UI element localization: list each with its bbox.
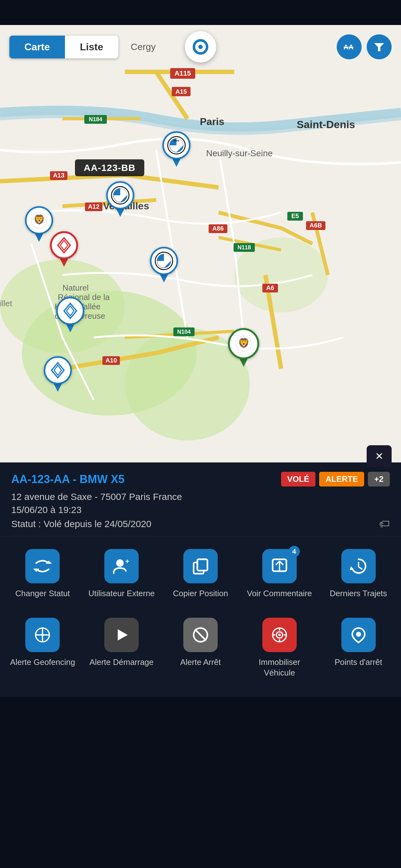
alerte-geofencing-button[interactable]: Alerte Geofencing: [3, 612, 82, 685]
svg-text:AA: AA: [343, 43, 354, 51]
pin-circle-bmw-3: [150, 247, 178, 275]
vehicle-address: 12 avenue de Saxe - 75007 Paris France: [11, 492, 390, 502]
pin-circle-renault-bottom: [44, 356, 72, 384]
pin-peugeot-left[interactable]: 🦁: [25, 206, 53, 242]
pin-bmw-orsay[interactable]: [150, 247, 178, 282]
alerte-arret-label: Alerte Arrêt: [180, 657, 221, 668]
close-panel-button[interactable]: ✕: [367, 445, 392, 467]
alerte-geofencing-icon: [25, 618, 60, 652]
svg-marker-80: [118, 629, 128, 641]
pin-renault-bottom[interactable]: [44, 356, 72, 392]
badge-alerte: ALERTE: [319, 472, 364, 487]
alerte-demarrage-icon: [104, 618, 139, 652]
pin-tail-3: [160, 274, 168, 282]
pin-bmw-neuilly[interactable]: BMW: [162, 131, 191, 167]
svg-text:N104: N104: [177, 329, 191, 335]
immobiliser-vehicule-label: Immobiliser Véhicule: [243, 657, 316, 678]
pin-tail-renault-red: [60, 258, 68, 267]
tab-liste[interactable]: Liste: [65, 36, 119, 58]
alerte-demarrage-label: Alerte Démarrage: [90, 657, 154, 668]
voir-commentaire-button[interactable]: 4 Voir Commentaire: [240, 543, 319, 605]
svg-text:A13: A13: [53, 172, 65, 179]
svg-text:illet: illet: [0, 299, 12, 308]
svg-text:BMW: BMW: [174, 140, 179, 142]
commentaire-badge: 4: [289, 546, 300, 557]
vehicle-status: Statut : Volé depuis le 24/05/2020 🏷: [11, 518, 390, 530]
pin-tail: [172, 158, 181, 167]
pin-renault-south[interactable]: [56, 297, 84, 333]
vehicle-header: AA-123-AA - BMW X5 VOLÉ ALERTE +2: [11, 472, 390, 487]
pin-peugeot-green[interactable]: 🦁: [228, 328, 259, 367]
svg-text:Neuilly-sur-Seine: Neuilly-sur-Seine: [206, 148, 273, 158]
badge-vole: VOLÉ: [281, 472, 316, 487]
tag-icon: 🏷: [379, 518, 390, 530]
changer-statut-label: Changer Statut: [15, 588, 70, 599]
city-label: Cergy: [131, 41, 156, 52]
vehicle-status-text: Statut : Volé depuis le 24/05/2020: [11, 519, 152, 529]
tab-group: Carte Liste: [9, 36, 119, 58]
vehicle-info-section: AA-123-AA - BMW X5 VOLÉ ALERTE +2 12 ave…: [0, 462, 401, 536]
pin-tail-2: [116, 208, 125, 217]
immobiliser-vehicule-button[interactable]: Immobiliser Véhicule: [240, 612, 319, 685]
status-bar: [0, 0, 401, 25]
svg-text:E5: E5: [291, 213, 299, 219]
pin-bmw-versailles[interactable]: [106, 181, 134, 217]
location-button[interactable]: [185, 31, 216, 62]
changer-statut-button[interactable]: Changer Statut: [3, 543, 82, 605]
utilisateur-externe-icon: +: [104, 549, 139, 583]
derniers-trajets-label: Derniers Trajets: [330, 588, 387, 599]
badge-plus: +2: [368, 472, 390, 487]
svg-text:A15: A15: [175, 88, 187, 95]
svg-text:A86: A86: [212, 225, 224, 232]
svg-text:A6: A6: [266, 284, 274, 291]
svg-text:N118: N118: [237, 244, 251, 251]
alerte-geofencing-label: Alerte Geofencing: [10, 657, 75, 668]
pin-renault-red[interactable]: [50, 231, 78, 267]
derniers-trajets-button[interactable]: Derniers Trajets: [319, 543, 398, 605]
copier-position-button[interactable]: Copier Position: [161, 543, 240, 605]
derniers-trajets-icon: [341, 549, 376, 583]
pin-circle-bmw-2: [106, 181, 134, 209]
svg-text:A10: A10: [106, 357, 117, 364]
svg-line-82: [195, 629, 206, 641]
points-darret-icon: [341, 618, 376, 652]
svg-text:N184: N184: [89, 116, 102, 122]
svg-text:A12: A12: [88, 203, 100, 210]
pin-circle-peugeot-1: 🦁: [25, 206, 53, 234]
utilisateur-externe-button[interactable]: + Utilisateur Externe: [82, 543, 161, 605]
alerte-arret-icon: [183, 618, 218, 652]
svg-text:A6B: A6B: [309, 222, 322, 229]
tab-carte[interactable]: Carte: [9, 36, 65, 58]
pin-circle-renault-south: [56, 297, 84, 325]
points-darret-label: Points d'arrêt: [334, 657, 382, 668]
points-darret-button[interactable]: Points d'arrêt: [319, 612, 398, 685]
alerte-demarrage-button[interactable]: Alerte Démarrage: [82, 612, 161, 685]
svg-point-79: [41, 634, 44, 636]
badge-group: VOLÉ ALERTE +2: [281, 472, 390, 487]
changer-statut-icon: [25, 549, 60, 583]
svg-point-62: [116, 559, 124, 567]
svg-text:Paris: Paris: [200, 116, 224, 127]
font-size-button[interactable]: AA: [337, 34, 362, 59]
copier-position-icon: [183, 549, 218, 583]
vehicle-title: AA-123-AA - BMW X5: [11, 473, 125, 486]
voir-commentaire-label: Voir Commentaire: [247, 588, 312, 599]
filter-button[interactable]: [367, 34, 392, 59]
svg-text:🦁: 🦁: [33, 214, 45, 225]
alerte-arret-button[interactable]: Alerte Arrêt: [161, 612, 240, 685]
map-container: A115 A15 N184 A13 A12 A86 A6B N118 A10: [0, 25, 401, 462]
svg-text:+: +: [125, 557, 129, 565]
info-panel: ✕ AA-123-AA - BMW X5 VOLÉ ALERTE +2 12 a…: [0, 462, 401, 697]
svg-text:Saint-Denis: Saint-Denis: [297, 118, 355, 130]
svg-point-90: [356, 632, 361, 637]
immobiliser-vehicule-icon: [262, 618, 297, 652]
svg-point-85: [278, 634, 281, 636]
pin-circle-peugeot-green: 🦁: [228, 328, 259, 359]
svg-line-74: [359, 567, 362, 569]
pin-circle-renault-red: [50, 231, 78, 259]
pin-tail-renault-bottom: [54, 383, 62, 392]
voir-commentaire-icon: 4: [262, 549, 297, 583]
vehicle-date: 15/06/20 à 19:23: [11, 505, 390, 515]
close-button-container: ✕: [367, 445, 392, 467]
location-icon: [193, 39, 208, 55]
